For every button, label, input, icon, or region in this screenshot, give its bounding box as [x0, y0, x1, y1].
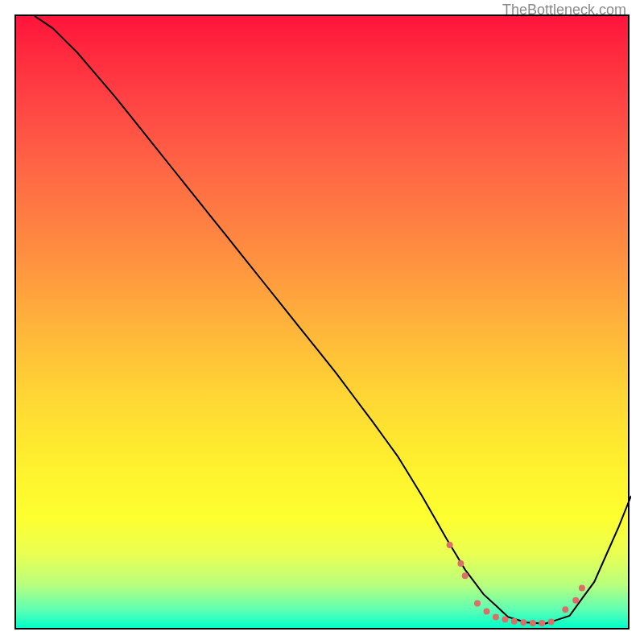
bottleneck-curve — [35, 16, 631, 624]
highlight-point — [462, 572, 469, 579]
highlight-point — [520, 619, 526, 625]
plot-area — [14, 14, 630, 630]
attribution-text: TheBottleneck.com — [502, 2, 626, 19]
chart-container: TheBottleneck.com — [0, 0, 644, 644]
highlight-point — [539, 620, 545, 626]
highlight-point — [457, 560, 464, 567]
highlight-point — [562, 606, 568, 613]
highlight-point — [502, 617, 508, 623]
highlight-point — [474, 601, 481, 607]
highlight-point — [530, 620, 536, 626]
highlight-points — [447, 542, 585, 626]
highlight-point — [579, 585, 585, 592]
highlight-point — [572, 597, 579, 604]
highlight-point — [548, 619, 555, 625]
chart-svg — [16, 16, 631, 631]
highlight-point — [493, 613, 499, 620]
highlight-point — [511, 618, 518, 625]
highlight-point — [447, 542, 453, 548]
highlight-point — [484, 609, 490, 615]
